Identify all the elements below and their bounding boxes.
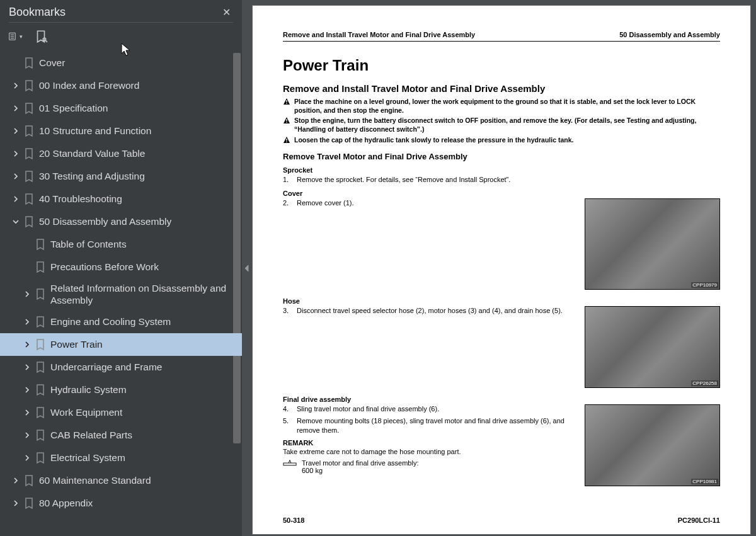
bookmark-icon [34,238,47,251]
svg-rect-11 [286,141,287,142]
bookmarks-panel: Bookmarks ✕ Cover00 Index and Foreword01… [0,0,242,536]
bookmark-icon [34,452,47,464]
bookmark-item[interactable]: 40 Troubleshooting [0,188,242,210]
bookmark-item[interactable]: Work Equipment [0,401,242,424]
chevron-right-icon[interactable] [11,196,20,202]
step-number: 5. [283,416,290,435]
chevron-down-icon[interactable] [11,219,20,225]
chevron-right-icon[interactable] [23,387,32,393]
remark-text: Take extreme care not to damage the hose… [283,448,577,455]
bookmark-label: 20 Standard Value Table [39,144,145,163]
bookmark-icon [23,147,35,160]
bookmark-label: 10 Structure and Function [39,121,151,140]
warning-icon [283,98,290,115]
subsection-heading: Remove Travel Motor and Final Drive Asse… [283,152,720,161]
bookmark-item[interactable]: 00 Index and Foreword [0,74,242,97]
header-left: Remove and Install Travel Motor and Fina… [283,31,475,38]
bookmark-item[interactable]: Undercarriage and Frame [0,356,242,379]
page-title: Power Train [283,57,720,74]
svg-rect-10 [286,139,287,141]
bookmark-item[interactable]: 80 Appendix [0,492,242,515]
bookmark-item[interactable]: 10 Structure and Function [0,120,242,142]
bookmark-icon [23,125,35,137]
bookmark-label: Undercarriage and Frame [50,357,162,377]
bookmark-icon [23,79,35,92]
bookmark-icon [23,497,35,510]
svg-rect-12 [284,463,296,465]
close-icon[interactable]: ✕ [220,4,233,21]
warning-text: Loosen the cap of the hydraulic tank slo… [294,136,573,146]
bookmark-label: Cover [39,53,65,72]
warning-item: Loosen the cap of the hydraulic tank slo… [283,136,720,146]
chevron-right-icon[interactable] [11,128,20,134]
step-item: 2. Remove cover (1). [283,198,577,208]
bookmark-icon [23,57,35,69]
document-viewer[interactable]: Remove and Install Travel Motor and Fina… [252,0,756,536]
bookmark-icon [34,316,47,328]
bookmark-label: Power Train [50,334,103,354]
chevron-right-icon[interactable] [23,291,32,297]
bookmark-icon [34,384,47,396]
bookmark-label: Related Information on Disassembly and A… [50,278,242,311]
bookmark-item[interactable]: Related Information on Disassembly and A… [0,278,242,311]
chevron-right-icon[interactable] [23,432,32,438]
outline-options-icon[interactable] [9,30,23,43]
bookmark-icon [23,102,35,115]
bookmark-label: 01 Specification [39,98,108,118]
mass-label: Travel motor and final drive assembly: [302,459,418,467]
bookmark-item[interactable]: 20 Standard Value Table [0,142,242,165]
bookmark-item[interactable]: Engine and Cooling System [0,311,242,333]
chevron-right-icon[interactable] [23,409,32,416]
bookmark-item[interactable]: CAB Related Parts [0,424,242,447]
chevron-right-icon[interactable] [23,364,32,370]
bookmark-icon [34,261,47,273]
bookmark-item[interactable]: Table of Contents [0,233,242,256]
bookmark-item[interactable]: Power Train [0,333,242,356]
warning-item: Stop the engine, turn the battery discon… [283,117,720,134]
chevron-right-icon[interactable] [23,319,32,325]
bookmark-item[interactable]: Cover [0,52,242,74]
bookmark-item[interactable]: Electrical System [0,447,242,469]
section-heading: Remove and Install Travel Motor and Fina… [283,83,720,94]
mass-icon [283,459,297,469]
chevron-right-icon[interactable] [11,83,20,89]
bookmark-item[interactable]: 30 Testing and Adjusting [0,165,242,188]
bookmark-icon [23,170,35,183]
chevron-right-icon[interactable] [11,151,20,157]
bookmark-label: 50 Disassembly and Assembly [39,212,171,231]
bookmark-item[interactable]: Precautions Before Work [0,256,242,278]
step-number: 4. [283,404,290,414]
figure-image: CPP10981 [585,404,720,486]
chevron-right-icon[interactable] [23,455,32,461]
mass-value: 600 kg [302,467,418,474]
chevron-right-icon[interactable] [11,173,20,180]
step-group-label: Hose [283,297,720,305]
chevron-right-icon[interactable] [11,500,20,506]
chevron-right-icon[interactable] [11,477,20,484]
step-item: 1. Remove the sprocket. For details, see… [283,175,720,185]
bookmark-item[interactable]: Hydraulic System [0,379,242,401]
bookmark-icon [23,193,35,205]
bookmark-item[interactable]: 60 Maintenance Standard [0,469,242,492]
chevron-right-icon[interactable] [11,105,20,111]
step-number: 1. [283,175,290,185]
sidebar-toolbar [0,26,242,49]
bookmark-label: Table of Contents [50,234,127,254]
sidebar-title: Bookmarks [9,6,66,19]
figure-label: CPP10979 [691,282,718,288]
find-bookmark-icon[interactable] [34,30,48,43]
footer-model: PC290LCI-11 [678,516,720,524]
bookmark-label: Electrical System [50,448,125,467]
step-item: 5. Remove mounting bolts (18 pieces), sl… [283,416,577,435]
collapse-sidebar-handle[interactable] [242,0,252,536]
bookmark-item[interactable]: 50 Disassembly and Assembly [0,210,242,233]
bookmark-label: 80 Appendix [39,493,93,513]
chevron-right-icon[interactable] [23,341,32,348]
bookmark-label: 60 Maintenance Standard [39,470,151,490]
svg-rect-9 [286,122,287,123]
bookmark-item[interactable]: 01 Specification [0,97,242,120]
footer-page-number: 50-318 [283,516,304,524]
bookmark-label: Precautions Before Work [50,257,159,277]
warning-icon [283,117,290,134]
step-item: 4. Sling travel motor and final drive as… [283,404,577,414]
